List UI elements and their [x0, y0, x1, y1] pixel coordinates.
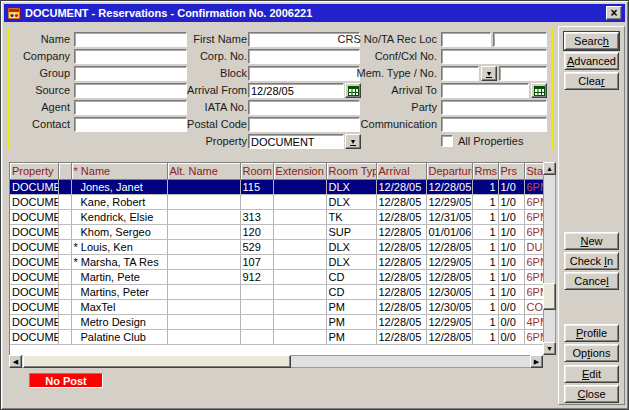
- cell-rms: 1: [472, 179, 498, 194]
- cell-status: COM: [524, 299, 543, 314]
- close-button[interactable]: Close: [564, 385, 619, 403]
- cell-name: Kane, Robert: [71, 194, 167, 209]
- cell-arrival: 12/28/05: [376, 299, 426, 314]
- cell-property: DOCUMENT: [10, 314, 58, 329]
- cell-prs: 1/0: [498, 269, 524, 284]
- agent-label: Agent: [12, 100, 70, 115]
- cell-arrival: 12/28/05: [376, 209, 426, 224]
- table-row[interactable]: DOCUMENTJones, Janet115DLX12/28/0512/28/…: [10, 179, 543, 194]
- scroll-right-icon[interactable]: ▶: [530, 355, 543, 368]
- cell-status: 4PM: [524, 314, 543, 329]
- vertical-scroll-thumb[interactable]: [543, 283, 556, 310]
- table-row[interactable]: DOCUMENT* Marsha, TA Res107DLX12/28/0512…: [10, 254, 543, 269]
- mem-type-no-label: Mem. Type / No.: [332, 66, 437, 81]
- cell-property: DOCUMENT: [10, 239, 58, 254]
- cell-extension: [273, 269, 326, 284]
- cell-flag: [58, 269, 71, 284]
- profile-button[interactable]: Profile: [564, 324, 619, 342]
- cell-status: 6PM: [524, 179, 543, 194]
- cancel-button[interactable]: Cancel: [564, 272, 619, 290]
- cell-arrival: 12/28/05: [376, 329, 426, 344]
- cell-arrival: 12/28/05: [376, 284, 426, 299]
- cell-status: DUE: [524, 239, 543, 254]
- search-button[interactable]: Search: [564, 32, 619, 50]
- mem-no-input[interactable]: [499, 66, 547, 81]
- new-button[interactable]: New: [564, 232, 619, 250]
- cell-rms: 1: [472, 329, 498, 344]
- property-input[interactable]: [248, 134, 344, 149]
- iata-no-label: IATA No.: [152, 100, 247, 115]
- cell-alt-name: [167, 314, 240, 329]
- table-row[interactable]: DOCUMENTMaxTelPM12/28/0512/30/0510/0COM: [10, 299, 543, 314]
- cell-arrival: 12/28/05: [376, 254, 426, 269]
- arrival-to-calendar-button[interactable]: [531, 83, 547, 98]
- party-input[interactable]: [441, 100, 547, 115]
- cell-departure: 12/29/05: [426, 314, 472, 329]
- communication-input[interactable]: [441, 117, 547, 132]
- table-row[interactable]: DOCUMENTKendrick, Elsie313TK12/28/0512/3…: [10, 209, 543, 224]
- cell-alt-name: [167, 269, 240, 284]
- property-dropdown-button[interactable]: ▼: [345, 134, 361, 149]
- scrollbar-corner: [544, 355, 557, 368]
- cell-name: Martin, Pete: [71, 269, 167, 284]
- cell-extension: [273, 284, 326, 299]
- table-row[interactable]: DOCUMENTMartins, PeterCD12/28/0512/30/05…: [10, 284, 543, 299]
- all-properties-label: All Properties: [458, 134, 548, 149]
- property-label: Property: [152, 134, 247, 149]
- mem-type-input[interactable]: [441, 66, 479, 81]
- cell-extension: [273, 299, 326, 314]
- cell-property: DOCUMENT: [10, 329, 58, 344]
- vertical-scrollbar[interactable]: ▲ ▼: [543, 162, 556, 355]
- scroll-down-icon[interactable]: ▼: [543, 342, 556, 355]
- app-icon: [7, 6, 21, 20]
- clear-button[interactable]: Clear: [564, 72, 619, 90]
- cell-property: DOCUMENT: [10, 254, 58, 269]
- options-button[interactable]: Options: [564, 344, 619, 362]
- ta-rec-loc-input[interactable]: [493, 32, 547, 47]
- cell-name: Metro Design: [71, 314, 167, 329]
- no-post-badge: No Post: [29, 373, 103, 388]
- cell-name: Kendrick, Elsie: [71, 209, 167, 224]
- arrival-to-input[interactable]: [441, 83, 529, 98]
- mem-type-dropdown-button[interactable]: ▼: [481, 66, 497, 81]
- cell-prs: 1/0: [498, 224, 524, 239]
- close-icon[interactable]: ×: [606, 6, 622, 20]
- cell-room: [240, 299, 273, 314]
- table-row[interactable]: DOCUMENT* Louis, Ken529DLX12/28/0512/28/…: [10, 239, 543, 254]
- all-properties-checkbox[interactable]: [441, 135, 453, 147]
- cell-extension: [273, 224, 326, 239]
- cell-extension: [273, 179, 326, 194]
- table-row[interactable]: DOCUMENTKhom, Sergeo120SUP12/28/0501/01/…: [10, 224, 543, 239]
- crs-no-label: CRS No/TA Rec Loc: [332, 32, 437, 47]
- cell-status: 6PM: [524, 254, 543, 269]
- cell-prs: 0/0: [498, 299, 524, 314]
- conf-cxl-no-input[interactable]: [441, 49, 547, 64]
- scroll-up-icon[interactable]: ▲: [543, 162, 556, 175]
- advanced-button[interactable]: Advanced: [564, 52, 619, 70]
- cell-flag: [58, 299, 71, 314]
- cell-departure: 12/28/05: [426, 269, 472, 284]
- cell-prs: 1/0: [498, 209, 524, 224]
- cell-flag: [58, 284, 71, 299]
- column-header-room-type: Room Type: [326, 163, 376, 179]
- cell-room-type: CD: [326, 269, 376, 284]
- horizontal-scrollbar[interactable]: ◀ ▶: [9, 355, 543, 368]
- scroll-left-icon[interactable]: ◀: [9, 355, 22, 368]
- table-row[interactable]: DOCUMENTKane, RobertDLX12/28/0512/29/051…: [10, 194, 543, 209]
- cell-alt-name: [167, 299, 240, 314]
- edit-button[interactable]: Edit: [564, 365, 619, 383]
- cell-status: 6PM: [524, 224, 543, 239]
- table-row[interactable]: DOCUMENTMartin, Pete912CD12/28/0512/28/0…: [10, 269, 543, 284]
- arrival-from-input[interactable]: [248, 83, 344, 98]
- cell-flag: [58, 254, 71, 269]
- horizontal-scroll-thumb[interactable]: [23, 355, 291, 368]
- chevron-down-icon: ▼: [486, 70, 493, 78]
- cell-extension: [273, 209, 326, 224]
- cell-room: 107: [240, 254, 273, 269]
- check-in-button[interactable]: Check In: [564, 252, 619, 270]
- crs-no-input[interactable]: [441, 32, 491, 47]
- cell-room: [240, 329, 273, 344]
- table-row[interactable]: DOCUMENTMetro DesignPM12/28/0512/29/0510…: [10, 314, 543, 329]
- table-row[interactable]: DOCUMENTPalatine ClubPM12/28/0512/28/051…: [10, 329, 543, 344]
- column-header-name: * Name: [71, 163, 167, 179]
